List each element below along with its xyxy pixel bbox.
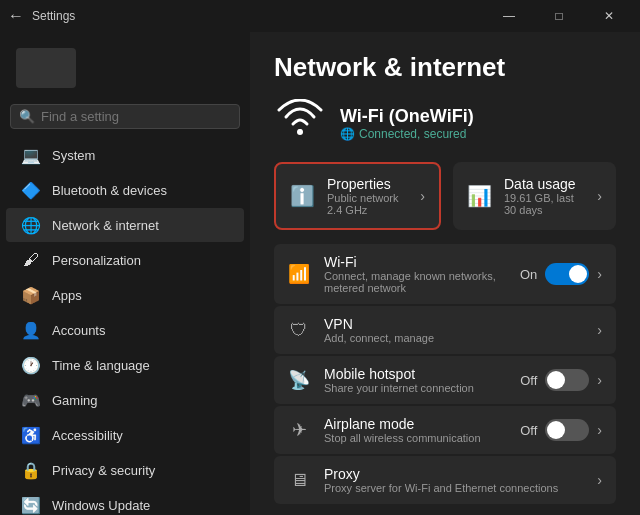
sidebar-item-label: Accounts: [52, 323, 105, 338]
sidebar-item-label: System: [52, 148, 95, 163]
wifi-toggle[interactable]: [545, 263, 589, 285]
wifi-icon-large: [274, 99, 326, 148]
sidebar-item-time[interactable]: 🕐 Time & language: [6, 348, 244, 382]
data-usage-icon: 📊: [467, 184, 492, 208]
airplane-right: Off ›: [520, 419, 602, 441]
hotspot-icon: 📡: [288, 369, 310, 391]
sidebar-item-label: Windows Update: [52, 498, 150, 513]
user-avatar-area: [0, 40, 250, 104]
accessibility-icon: ♿: [22, 426, 40, 444]
sidebar-item-label: Apps: [52, 288, 82, 303]
data-usage-label: Data usage: [504, 176, 585, 192]
properties-text: Properties Public network 2.4 GHz: [327, 176, 399, 216]
wifi-toggle-thumb: [569, 265, 587, 283]
properties-sublabel1: Public network: [327, 192, 399, 204]
data-usage-sublabel: 19.61 GB, last 30 days: [504, 192, 585, 216]
data-usage-card[interactable]: 📊 Data usage 19.61 GB, last 30 days ›: [453, 162, 616, 230]
airplane-toggle-thumb: [547, 421, 565, 439]
properties-card[interactable]: ℹ️ Properties Public network 2.4 GHz ›: [274, 162, 441, 230]
airplane-chevron: ›: [597, 422, 602, 438]
close-button[interactable]: ✕: [586, 0, 632, 32]
page-title: Network & internet: [274, 52, 616, 83]
sidebar-item-label: Time & language: [52, 358, 150, 373]
sidebar-item-label: Gaming: [52, 393, 98, 408]
proxy-icon: 🖥: [288, 470, 310, 491]
sidebar-item-personalization[interactable]: 🖌 Personalization: [6, 243, 244, 277]
sidebar-item-label: Accessibility: [52, 428, 123, 443]
data-usage-chevron: ›: [597, 188, 602, 204]
sidebar-item-network[interactable]: 🌐 Network & internet: [6, 208, 244, 242]
sidebar-item-label: Bluetooth & devices: [52, 183, 167, 198]
sidebar-item-bluetooth[interactable]: 🔷 Bluetooth & devices: [6, 173, 244, 207]
wifi-name: Wi-Fi (OneWiFi): [340, 106, 474, 127]
airplane-label: Airplane mode: [324, 416, 506, 432]
back-icon[interactable]: ←: [8, 7, 24, 25]
titlebar-left: ← Settings: [8, 7, 75, 25]
wifi-sublabel: Connect, manage known networks, metered …: [324, 270, 506, 294]
accounts-icon: 👤: [22, 321, 40, 339]
wifi-status: On: [520, 267, 537, 282]
airplane-text: Airplane mode Stop all wireless communic…: [324, 416, 506, 444]
proxy-chevron: ›: [597, 472, 602, 488]
sidebar-item-system[interactable]: 💻 System: [6, 138, 244, 172]
maximize-button[interactable]: □: [536, 0, 582, 32]
sidebar-item-label: Network & internet: [52, 218, 159, 233]
hotspot-chevron: ›: [597, 372, 602, 388]
bluetooth-icon: 🔷: [22, 181, 40, 199]
airplane-sublabel: Stop all wireless communication: [324, 432, 506, 444]
setting-row-hotspot[interactable]: 📡 Mobile hotspot Share your internet con…: [274, 356, 616, 404]
search-input[interactable]: [41, 109, 231, 124]
airplane-toggle[interactable]: [545, 419, 589, 441]
setting-row-airplane[interactable]: ✈ Airplane mode Stop all wireless commun…: [274, 406, 616, 454]
personalization-icon: 🖌: [22, 251, 40, 269]
connected-icon: 🌐: [340, 127, 355, 141]
sidebar-item-label: Privacy & security: [52, 463, 155, 478]
proxy-text: Proxy Proxy server for Wi-Fi and Etherne…: [324, 466, 583, 494]
vpn-icon: 🛡: [288, 320, 310, 341]
settings-list: 📶 Wi-Fi Connect, manage known networks, …: [274, 244, 616, 504]
proxy-sublabel: Proxy server for Wi-Fi and Ethernet conn…: [324, 482, 583, 494]
hotspot-text: Mobile hotspot Share your internet conne…: [324, 366, 506, 394]
titlebar-title: Settings: [32, 9, 75, 23]
vpn-right: ›: [597, 322, 602, 338]
sidebar: 🔍 💻 System 🔷 Bluetooth & devices 🌐 Netwo…: [0, 32, 250, 515]
proxy-label: Proxy: [324, 466, 583, 482]
privacy-icon: 🔒: [22, 461, 40, 479]
sidebar-item-apps[interactable]: 📦 Apps: [6, 278, 244, 312]
search-box[interactable]: 🔍: [10, 104, 240, 129]
apps-icon: 📦: [22, 286, 40, 304]
airplane-icon: ✈: [288, 419, 310, 441]
sidebar-item-accessibility[interactable]: ♿ Accessibility: [6, 418, 244, 452]
sidebar-item-accounts[interactable]: 👤 Accounts: [6, 313, 244, 347]
titlebar: ← Settings — □ ✕: [0, 0, 640, 32]
sidebar-item-label: Personalization: [52, 253, 141, 268]
sidebar-item-update[interactable]: 🔄 Windows Update: [6, 488, 244, 515]
nav-list: 💻 System 🔷 Bluetooth & devices 🌐 Network…: [0, 137, 250, 515]
wifi-header: Wi-Fi (OneWiFi) 🌐 Connected, secured: [274, 99, 616, 148]
app-container: 🔍 💻 System 🔷 Bluetooth & devices 🌐 Netwo…: [0, 32, 640, 515]
wifi-status: 🌐 Connected, secured: [340, 127, 474, 141]
sidebar-item-gaming[interactable]: 🎮 Gaming: [6, 383, 244, 417]
wifi-icon: 📶: [288, 263, 310, 285]
wifi-info: Wi-Fi (OneWiFi) 🌐 Connected, secured: [340, 106, 474, 141]
properties-label: Properties: [327, 176, 399, 192]
main-content: Network & internet Wi-Fi (OneWiFi) 🌐 Con…: [250, 32, 640, 515]
vpn-text: VPN Add, connect, manage: [324, 316, 583, 344]
airplane-status: Off: [520, 423, 537, 438]
data-usage-text: Data usage 19.61 GB, last 30 days: [504, 176, 585, 216]
setting-row-vpn[interactable]: 🛡 VPN Add, connect, manage ›: [274, 306, 616, 354]
gaming-icon: 🎮: [22, 391, 40, 409]
setting-row-wifi[interactable]: 📶 Wi-Fi Connect, manage known networks, …: [274, 244, 616, 304]
minimize-button[interactable]: —: [486, 0, 532, 32]
network-icon: 🌐: [22, 216, 40, 234]
vpn-chevron: ›: [597, 322, 602, 338]
time-icon: 🕐: [22, 356, 40, 374]
hotspot-toggle[interactable]: [545, 369, 589, 391]
hotspot-right: Off ›: [520, 369, 602, 391]
wifi-label: Wi-Fi: [324, 254, 506, 270]
sidebar-item-privacy[interactable]: 🔒 Privacy & security: [6, 453, 244, 487]
avatar: [16, 48, 76, 88]
vpn-sublabel: Add, connect, manage: [324, 332, 583, 344]
info-row: ℹ️ Properties Public network 2.4 GHz › 📊…: [274, 162, 616, 230]
setting-row-proxy[interactable]: 🖥 Proxy Proxy server for Wi-Fi and Ether…: [274, 456, 616, 504]
